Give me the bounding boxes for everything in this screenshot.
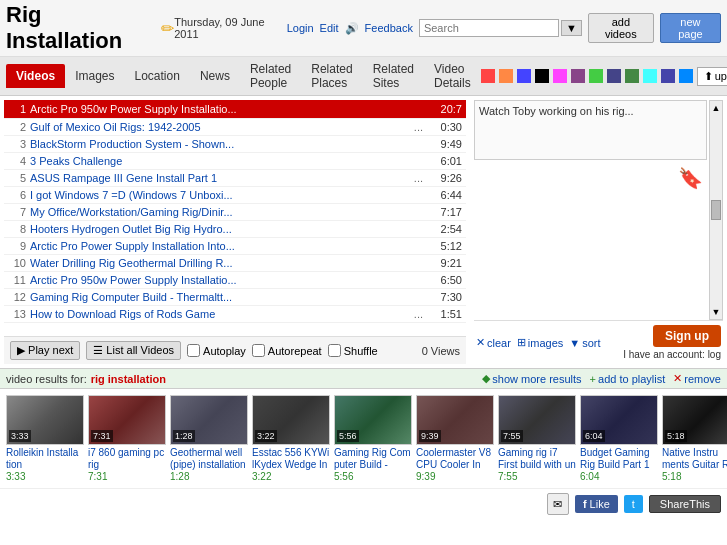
new-page-button[interactable]: new page [660,13,721,43]
twitter-icon: t [632,498,635,510]
footer-row: ✉ f Like t ShareThis [0,488,727,519]
thumb-item-6[interactable]: 9:39 Coolermaster V8 CPU Cooler In 9:39 [416,395,494,482]
scroll-down-button[interactable]: ▼ [712,307,721,317]
show-more-button[interactable]: ◆ show more results [482,372,581,385]
edit-pencil-icon[interactable]: ✏ [161,19,174,38]
clear-x-icon: ✕ [476,336,485,349]
color-swatch-red[interactable] [481,69,495,83]
thumb-image-3: 1:28 [170,395,248,445]
color-swatch-blue[interactable] [517,69,531,83]
color-swatch-navy[interactable] [607,69,621,83]
video-entry-2[interactable]: 2 Gulf of Mexico Oil Rigs: 1942-2005 ...… [4,119,466,136]
video-num: 9 [8,240,26,252]
sort-button[interactable]: ▼ sort [569,337,600,349]
video-entry-5[interactable]: 5 ASUS Rampage III Gene Install Part 1 .… [4,170,466,187]
thumb-item-9[interactable]: 5:18 Native Instru ments Guitar Rig 5:18 [662,395,727,482]
thumb-duration-9: 5:18 [662,471,727,482]
thumb-item-8[interactable]: 6:04 Budget Gaming Rig Build Part 1 6:04 [580,395,658,482]
remove-button[interactable]: ✕ remove [673,372,721,385]
color-swatch-pink[interactable] [553,69,567,83]
feedback-link[interactable]: Feedback [365,22,413,34]
color-swatch-green[interactable] [589,69,603,83]
video-entry-12[interactable]: 12 Gaming Rig Computer Build - Thermaltt… [4,289,466,306]
tab-images[interactable]: Images [65,64,124,88]
video-title: I got Windows 7 =D (Windows 7 Unboxi... [30,189,427,201]
list-all-button[interactable]: ☰ List all Videos [86,341,181,360]
color-swatch-orange[interactable] [499,69,513,83]
tab-video-details[interactable]: Video Details [424,57,481,95]
player-controls: ▶ Play next ☰ List all Videos Autoplay A… [4,336,466,364]
video-entry-8[interactable]: 8 Hooters Hydrogen Outlet Big Rig Hydro.… [4,221,466,238]
facebook-like-button[interactable]: f Like [575,495,618,513]
edit-link[interactable]: Edit [320,22,339,34]
thumb-item-1[interactable]: 3:33 Rolleikin Installa tion 3:33 [6,395,84,482]
video-entry-1[interactable]: 1 Arctic Pro 950w Power Supply Installat… [4,100,466,119]
thumb-duration-2: 7:31 [88,471,166,482]
add-playlist-button[interactable]: + add to playlist [590,373,666,385]
autoplay-input[interactable] [187,344,200,357]
tab-related-places[interactable]: Related Places [301,57,362,95]
video-entry-9[interactable]: 9 Arctic Pro Power Supply Installation I… [4,238,466,255]
feedback-icon: 🔊 [345,22,359,35]
thumb-item-4[interactable]: 3:22 Esstac 556 KYWi lKydex Wedge In 3:2… [252,395,330,482]
login-link[interactable]: Login [287,22,314,34]
color-swatch-black[interactable] [535,69,549,83]
video-title: How to Download Rigs of Rods Game [30,308,410,320]
video-num: 13 [8,308,26,320]
video-duration: 5:12 [427,240,462,252]
video-num: 1 [8,103,26,115]
vertical-scrollbar[interactable]: ▲ ▼ [709,100,723,320]
video-entry-7[interactable]: 7 My Office/Workstation/Gaming Rig/Dinir… [4,204,466,221]
twitter-button[interactable]: t [624,495,643,513]
play-next-button[interactable]: ▶ Play next [10,341,80,360]
clear-button[interactable]: ✕ clear [476,336,511,349]
upload-button[interactable]: ⬆ upload [697,67,727,86]
video-entry-10[interactable]: 10 Water Drilling Rig Geothermal Drillin… [4,255,466,272]
color-swatch-indigo[interactable] [661,69,675,83]
tab-news[interactable]: News [190,64,240,88]
search-input[interactable] [419,19,559,37]
date-label: Thursday, 09 June 2011 [174,16,280,40]
images-button[interactable]: ⊞ images [517,336,563,349]
scroll-up-button[interactable]: ▲ [712,103,721,113]
shuffle-input[interactable] [328,344,341,357]
tab-videos[interactable]: Videos [6,64,65,88]
thumb-item-7[interactable]: 7:55 Gaming rig i7 First build with un 7… [498,395,576,482]
video-entry-11[interactable]: 11 Arctic Pro 950w Power Supply Installa… [4,272,466,289]
video-entry-3[interactable]: 3 BlackStorm Production System - Shown..… [4,136,466,153]
thumb-item-2[interactable]: 7:31 i7 860 gaming pc rig 7:31 [88,395,166,482]
color-swatch-purple[interactable] [571,69,585,83]
fb-email-icon[interactable]: ✉ [547,493,569,515]
thumb-title-4: Esstac 556 KYWi lKydex Wedge In [252,447,330,471]
signup-button[interactable]: Sign up [653,325,721,347]
video-title: Arctic Pro Power Supply Installation Int… [30,240,427,252]
autorepeat-checkbox[interactable]: Autorepeat [252,344,322,357]
tab-location[interactable]: Location [125,64,190,88]
bookmark-icon[interactable]: 🔖 [678,166,703,190]
color-swatch-cyan[interactable] [643,69,657,83]
thumb-item-5[interactable]: 5:56 Gaming Rig Com puter Build - 5:56 [334,395,412,482]
color-swatch-lightblue[interactable] [679,69,693,83]
video-entry-13[interactable]: 13 How to Download Rigs of Rods Game ...… [4,306,466,323]
tab-related-people[interactable]: Related People [240,57,301,95]
video-title: Water Drilling Rig Geothermal Drilling R… [30,257,427,269]
thumb-item-3[interactable]: 1:28 Geothermal well (pipe) installation… [170,395,248,482]
shuffle-checkbox[interactable]: Shuffle [328,344,378,357]
scroll-thumb[interactable] [711,200,721,220]
add-videos-button[interactable]: add videos [588,13,654,43]
thumb-duration-5: 5:56 [334,471,412,482]
green-diamond-icon: ◆ [482,372,490,385]
video-entry-4[interactable]: 4 3 Peaks Challenge 6:01 [4,153,466,170]
video-list-panel: 1 Arctic Pro 950w Power Supply Installat… [0,96,470,368]
autorepeat-input[interactable] [252,344,265,357]
video-duration: 6:01 [427,155,462,167]
color-swatch-darkgreen[interactable] [625,69,639,83]
video-entry-6[interactable]: 6 I got Windows 7 =D (Windows 7 Unboxi..… [4,187,466,204]
autoplay-checkbox[interactable]: Autoplay [187,344,246,357]
thumb-image-8: 6:04 [580,395,658,445]
search-button[interactable]: ▼ [561,20,582,36]
thumb-duration-4: 3:22 [252,471,330,482]
tab-related-sites[interactable]: Related Sites [363,57,424,95]
thumb-title-8: Budget Gaming Rig Build Part 1 [580,447,658,471]
sharethis-button[interactable]: ShareThis [649,495,721,513]
